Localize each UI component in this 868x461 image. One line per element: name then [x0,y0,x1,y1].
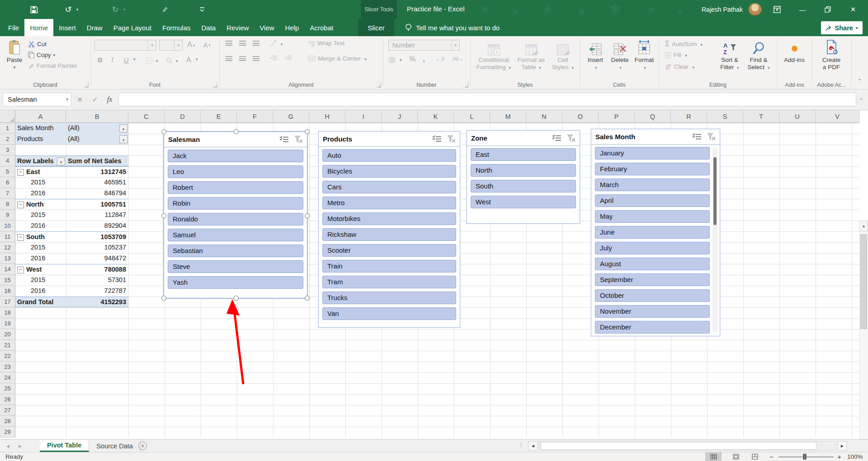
slicer-item[interactable]: December [595,321,710,334]
pivot-data-row[interactable]: West 780088 [15,264,128,275]
slicer-item[interactable]: Steve [168,260,303,273]
clear-button[interactable]: Clear [665,63,694,70]
ribbon-display-options-icon[interactable] [767,0,787,19]
slicer-salesman[interactable]: Salesman JackLeoRobertRobinRonaldoSamuel… [163,131,308,299]
slicer-item[interactable]: Rickshaw [322,228,456,241]
row-header[interactable]: 5 [0,166,15,177]
cell-styles-button[interactable]: Cell Styles [549,38,577,71]
slicer-item[interactable]: March [595,179,710,191]
orientation-button[interactable] [270,40,283,47]
row-header[interactable]: 25 [0,383,15,394]
slicer-item[interactable]: Sebastian [168,245,303,257]
row-header[interactable]: 16 [0,286,15,296]
filter-dropdown-button[interactable] [119,135,127,143]
format-as-table-button[interactable]: Format as Table [514,38,548,71]
pivot-data-row[interactable]: 2015 112847 [15,210,128,221]
increase-decimal-button[interactable]: ←.0 [435,56,444,61]
multi-select-icon[interactable] [692,133,702,141]
resize-handle[interactable] [161,129,166,134]
slicer-item[interactable]: South [471,180,576,193]
borders-button[interactable] [146,57,158,64]
slicer-item[interactable]: April [595,194,710,207]
row-header[interactable]: 18 [0,307,15,318]
name-box-dropdown-icon[interactable]: ▾ [66,93,68,106]
next-sheet-icon[interactable]: ► [18,443,23,449]
undo-icon[interactable]: ↺ [62,4,74,15]
column-header[interactable]: P [599,110,635,123]
underline-dropdown-icon[interactable] [132,57,136,61]
ribbon-tab[interactable]: Review [221,19,254,36]
slicer-item[interactable]: May [595,210,710,223]
pivot-data-row[interactable]: North 1005751 [15,199,128,210]
tab-slicer[interactable]: Slicer [358,19,394,36]
resize-handle[interactable] [234,129,239,134]
row-header[interactable]: 17 [0,296,15,307]
cancel-icon[interactable]: ✕ [77,95,83,104]
column-header[interactable]: M [490,110,526,123]
ribbon-tab[interactable]: Data [196,19,221,36]
clear-filter-icon[interactable] [294,136,303,143]
wrap-text-button[interactable]: Wrap Text [308,40,344,47]
clipboard-dialog-launcher-icon[interactable] [83,82,89,87]
sheet-tab[interactable]: Pivot Table [40,440,89,452]
ribbon-tab[interactable]: Acrobat [304,19,339,36]
comma-style-button[interactable]: , [423,54,425,64]
column-header[interactable]: T [743,110,779,123]
clear-filter-icon[interactable] [567,134,576,142]
sort-filter-button[interactable]: AZ Sort & Filter [717,38,743,71]
row-header[interactable]: 7 [0,188,15,199]
scroll-up-button[interactable]: ▲ [859,221,868,231]
row-header[interactable]: 13 [0,253,15,264]
page-break-view-icon[interactable] [747,452,763,461]
format-painter-button[interactable]: Format Painter [28,62,77,69]
slicer-item[interactable]: Robin [168,197,303,210]
row-header[interactable]: 26 [0,394,15,405]
slicer-item[interactable]: November [595,305,710,318]
resize-handle[interactable] [305,213,310,218]
column-header[interactable]: O [562,110,599,123]
row-header[interactable]: 14 [0,264,15,275]
pivot-data-row[interactable]: 2016 892904 [15,221,128,231]
row-header[interactable]: 29 [0,427,15,437]
slicer-item[interactable]: Trucks [322,292,456,304]
format-cells-button[interactable]: Format [633,38,655,71]
copy-button[interactable]: Copy ▾ [28,52,55,58]
ribbon-tab[interactable]: Help [280,19,305,36]
row-labels-filter-button[interactable] [57,157,65,165]
slicer-item[interactable]: August [595,258,710,270]
autosum-button[interactable]: ΣAutoSum [665,40,703,48]
row-header[interactable]: 20 [0,329,15,340]
multi-select-icon[interactable] [552,134,561,142]
insert-cells-button[interactable]: Insert [585,38,606,71]
column-header[interactable]: N [526,110,562,123]
slicer-item[interactable]: Samuel [168,229,303,241]
column-header[interactable]: E [201,110,237,123]
minimize-button[interactable]: — [793,0,812,19]
horizontal-scrollbar[interactable] [539,441,835,451]
filter-dropdown-button[interactable] [119,124,127,132]
ribbon-tab[interactable]: File [3,19,24,36]
slicer-item[interactable]: Cars [322,181,456,193]
tell-me-box[interactable]: Tell me what you want to do [405,19,500,36]
close-button[interactable]: ✕ [843,0,863,19]
slicer-item[interactable]: Motorbikes [322,212,456,225]
font-color-dropdown-icon[interactable] [194,57,198,61]
slicer-item[interactable]: July [595,242,710,254]
prev-sheet-icon[interactable]: ◄ [5,443,10,449]
bold-button[interactable]: B [98,56,103,64]
conditional-formatting-button[interactable]: ≠ Conditional Formatting [475,38,513,71]
insert-function-icon[interactable]: fx [107,95,113,103]
column-header[interactable]: L [454,110,490,123]
slicer-zone[interactable]: Zone EastNorthSouthWest [467,130,580,224]
slicer-sales-month[interactable]: Sales Month JanuaryFebruaryMarchAprilMay… [591,129,720,336]
slicer-item[interactable]: Tram [322,276,456,288]
row-header[interactable]: 1 [0,123,15,134]
merge-center-button[interactable]: Merge & Center [308,55,367,62]
align-left-icon[interactable] [226,56,232,61]
column-header[interactable]: C [128,110,165,123]
column-header[interactable]: V [816,110,859,123]
font-name-combo[interactable]: ▾ [94,40,156,51]
cut-button[interactable]: Cut [28,41,47,47]
increase-font-size-button[interactable]: A▴ [187,41,195,49]
slicer-item[interactable]: Jack [168,150,303,162]
